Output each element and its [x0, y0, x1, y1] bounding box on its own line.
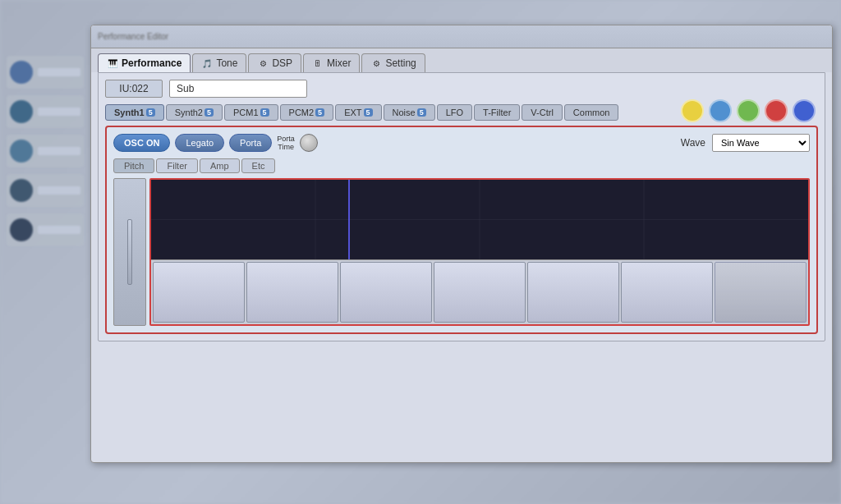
- sub-tab-ext-label: EXT: [344, 108, 361, 117]
- color-button-blue[interactable]: [709, 99, 732, 122]
- tab-setting-label: Setting: [385, 57, 416, 69]
- dsp-icon: ⚙: [257, 57, 269, 69]
- legato-button[interactable]: Legato: [175, 134, 224, 152]
- sub-tab-lfo-label: LFO: [446, 108, 463, 117]
- sub-tab-pcm1-label: PCM1: [233, 108, 259, 117]
- waveform-svg: [151, 180, 808, 259]
- sidebar-item-4: [7, 174, 84, 207]
- osc-panel: OSC ON Legato Porta Porta Time Wave Sin …: [105, 126, 818, 334]
- osc-controls-row: OSC ON Legato Porta Porta Time Wave Sin …: [113, 134, 810, 152]
- wave-key-2[interactable]: [246, 262, 338, 323]
- sub-tab-pcm1-badge: 5: [260, 108, 269, 117]
- sub-tab-synth2-label: Synth2: [175, 108, 203, 117]
- osc-sub-tab-filter-label: Filter: [167, 161, 186, 171]
- tab-dsp[interactable]: ⚙ DSP: [248, 53, 301, 72]
- osc-sub-tab-pitch-label: Pitch: [124, 161, 144, 171]
- sub-tab-pcm2-label: PCM2: [289, 108, 315, 117]
- wave-key-3[interactable]: [340, 262, 432, 323]
- porta-button[interactable]: Porta: [229, 134, 272, 152]
- wave-main-display: [149, 178, 810, 326]
- tab-dsp-label: DSP: [272, 57, 292, 69]
- wave-left-panel: [113, 178, 146, 326]
- setting-icon: ⚙: [370, 57, 382, 69]
- sub-tab-synth1[interactable]: Synth1 5: [105, 104, 164, 121]
- tab-tone[interactable]: 🎵 Tone: [192, 53, 246, 72]
- sub-tab-common[interactable]: Common: [564, 104, 619, 121]
- preset-name-input[interactable]: [169, 80, 307, 98]
- sub-tab-synth2-badge: 5: [205, 108, 214, 117]
- waveform-area: [113, 178, 810, 326]
- sub-tab-ext[interactable]: EXT 5: [335, 104, 381, 121]
- sub-tab-lfo[interactable]: LFO: [437, 104, 472, 121]
- sidebar-item-5: [7, 213, 84, 246]
- left-sidebar: [0, 49, 90, 253]
- color-button-dark-blue[interactable]: [793, 99, 816, 122]
- tab-mixer[interactable]: 🎚 Mixer: [303, 53, 360, 72]
- sub-tab-pcm1[interactable]: PCM1 5: [224, 104, 278, 121]
- tab-bar: 🎹 Performance 🎵 Tone ⚙ DSP 🎚 Mixer ⚙ Set…: [91, 48, 832, 72]
- main-window: Performance Editor 🎹 Performance 🎵 Tone …: [90, 25, 833, 463]
- sidebar-item-1: [7, 56, 84, 89]
- color-button-red[interactable]: [765, 99, 788, 122]
- sub-tab-vctrl[interactable]: V-Ctrl: [522, 104, 563, 121]
- sub-tab-noise-badge: 5: [417, 108, 426, 117]
- sub-tab-vctrl-label: V-Ctrl: [531, 108, 554, 117]
- wave-section: Wave Sin Wave Saw Wave Square Wave Trian…: [681, 134, 810, 152]
- sub-tab-tfilter-label: T-Filter: [483, 108, 511, 117]
- wave-key-6[interactable]: [621, 262, 713, 323]
- tab-setting[interactable]: ⚙ Setting: [361, 53, 425, 72]
- osc-on-button[interactable]: OSC ON: [113, 134, 170, 152]
- vert-slider[interactable]: [127, 219, 132, 285]
- top-right-buttons: [681, 99, 816, 122]
- performance-icon: 🎹: [107, 57, 118, 69]
- wave-display-top: [151, 180, 808, 259]
- wave-select[interactable]: Sin Wave Saw Wave Square Wave Triangle W…: [712, 134, 810, 152]
- tab-performance[interactable]: 🎹 Performance: [98, 53, 191, 72]
- title-bar: Performance Editor: [91, 25, 832, 48]
- porta-time-knob[interactable]: [300, 134, 318, 152]
- osc-sub-tab-etc-label: Etc: [252, 161, 265, 171]
- preset-id: IU:022: [105, 80, 163, 98]
- sidebar-item-2: [7, 95, 84, 128]
- porta-time-section: Porta Time: [277, 135, 295, 151]
- color-button-yellow[interactable]: [681, 99, 704, 122]
- sub-tab-common-label: Common: [573, 108, 610, 117]
- sub-tab-synth1-label: Synth1: [114, 108, 145, 117]
- osc-sub-tab-amp[interactable]: Amp: [200, 158, 240, 173]
- osc-sub-tab-filter[interactable]: Filter: [156, 158, 197, 173]
- wave-label: Wave: [681, 137, 705, 149]
- wave-key-5[interactable]: [527, 262, 619, 323]
- sub-tab-tfilter[interactable]: T-Filter: [474, 104, 520, 121]
- wave-keys-area: [151, 259, 808, 324]
- tab-performance-label: Performance: [122, 57, 182, 69]
- sub-tab-ext-badge: 5: [364, 108, 373, 117]
- osc-sub-tab-amp-label: Amp: [210, 161, 229, 171]
- sub-tab-pcm2-badge: 5: [315, 108, 324, 117]
- sub-tab-noise-label: Noise: [393, 108, 416, 117]
- osc-sub-tab-etc[interactable]: Etc: [241, 158, 276, 173]
- tab-mixer-label: Mixer: [327, 57, 351, 69]
- osc-sub-tab-pitch[interactable]: Pitch: [113, 158, 154, 173]
- porta-time-label-1: Porta: [277, 135, 295, 143]
- sidebar-item-3: [7, 135, 84, 167]
- preset-row: IU:022: [105, 80, 818, 98]
- sub-tab-synth1-badge: 5: [146, 108, 155, 117]
- wave-key-4[interactable]: [434, 262, 526, 323]
- porta-time-label-2: Time: [278, 143, 294, 151]
- sub-tab-pcm2[interactable]: PCM2 5: [280, 104, 334, 121]
- sub-tab-noise[interactable]: Noise 5: [384, 104, 435, 121]
- tone-icon: 🎵: [201, 57, 213, 69]
- osc-sub-tabs: Pitch Filter Amp Etc: [113, 158, 810, 173]
- sub-tab-synth2[interactable]: Synth2 5: [166, 104, 223, 121]
- cursor-line: [348, 180, 350, 259]
- wave-key-7[interactable]: [715, 262, 807, 323]
- mixer-icon: 🎚: [312, 57, 324, 69]
- tab-tone-label: Tone: [216, 57, 237, 69]
- wave-key-1[interactable]: [153, 262, 245, 323]
- color-button-green[interactable]: [737, 99, 760, 122]
